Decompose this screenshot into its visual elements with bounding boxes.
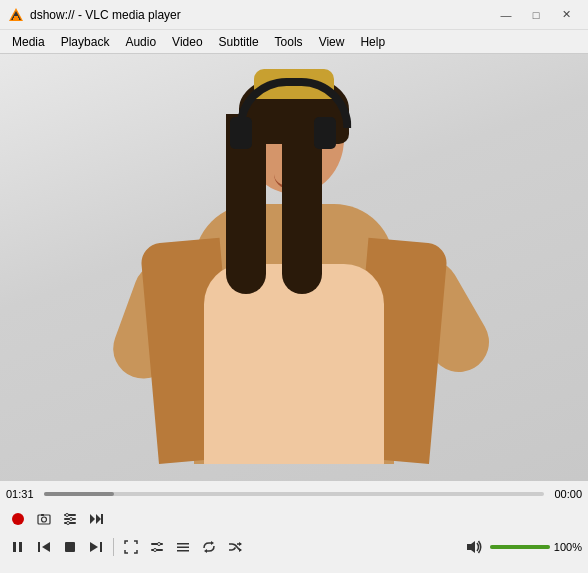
menu-tools[interactable]: Tools [267,31,311,53]
time-current: 01:31 [6,488,38,500]
svg-point-4 [12,513,24,525]
svg-rect-17 [13,542,16,552]
menu-media[interactable]: Media [4,31,53,53]
window-title: dshow:// - VLC media player [30,8,492,22]
snapshot-button[interactable] [32,508,56,530]
menu-playback[interactable]: Playback [53,31,118,53]
headphone-left [230,117,252,149]
minimize-button[interactable]: — [492,5,520,25]
svg-rect-19 [38,542,40,552]
svg-rect-7 [41,514,44,516]
controls-area: 01:31 00:00 [0,481,588,561]
record-button[interactable] [6,508,30,530]
svg-marker-23 [90,542,98,552]
video-content [0,54,588,481]
transport-row1 [0,505,588,533]
shirt [204,264,384,464]
svg-point-26 [158,543,161,546]
transport-row2: 100% [0,533,588,561]
stop-button[interactable] [58,536,82,558]
fullscreen-button[interactable] [119,536,143,558]
svg-point-11 [66,514,69,517]
time-total: 00:00 [550,488,582,500]
svg-rect-5 [38,515,50,524]
extended-button[interactable] [58,508,82,530]
svg-marker-34 [239,542,242,546]
svg-marker-35 [467,541,475,553]
menu-help[interactable]: Help [352,31,393,53]
window-controls: — □ ✕ [492,5,580,25]
svg-marker-14 [90,514,95,524]
play-pause-button[interactable] [6,536,30,558]
vlc-icon [8,7,24,23]
volume-slider[interactable] [490,545,550,549]
playlist-button[interactable] [171,536,195,558]
prev-chapter-button[interactable] [32,536,56,558]
svg-rect-29 [177,547,189,549]
extended2-button[interactable] [145,536,169,558]
svg-point-6 [42,517,47,522]
menu-subtitle[interactable]: Subtitle [211,31,267,53]
random-button[interactable] [223,536,247,558]
svg-rect-3 [13,18,19,20]
seek-row: 01:31 00:00 [0,481,588,505]
menu-video[interactable]: Video [164,31,210,53]
svg-rect-28 [177,543,189,545]
headphone-right [314,117,336,149]
svg-marker-20 [42,542,50,552]
svg-marker-32 [204,549,207,553]
menu-audio[interactable]: Audio [117,31,164,53]
mute-button[interactable] [462,536,486,558]
svg-rect-21 [65,542,75,552]
title-bar: dshow:// - VLC media player — □ ✕ [0,0,588,30]
close-button[interactable]: ✕ [552,5,580,25]
svg-rect-22 [100,542,102,552]
volume-slider-fill [490,545,550,549]
maximize-button[interactable]: □ [522,5,550,25]
next-chapter-button[interactable] [84,536,108,558]
volume-pct: 100% [554,541,582,553]
menu-view[interactable]: View [311,31,353,53]
svg-point-27 [154,549,157,552]
loop-button[interactable] [197,536,221,558]
menu-bar: Media Playback Audio Video Subtitle Tool… [0,30,588,54]
svg-point-13 [67,522,70,525]
svg-marker-31 [211,541,214,545]
volume-area: 100% [462,536,582,558]
fast-forward-button[interactable] [84,508,108,530]
video-area [0,54,588,481]
svg-rect-18 [19,542,22,552]
svg-marker-33 [239,548,242,552]
svg-marker-15 [96,514,101,524]
video-person [134,64,454,464]
svg-point-12 [70,518,73,521]
svg-rect-16 [101,514,103,524]
seek-bar[interactable] [44,492,544,496]
svg-rect-30 [177,550,189,552]
seek-bar-fill [44,492,114,496]
separator1 [113,538,114,556]
